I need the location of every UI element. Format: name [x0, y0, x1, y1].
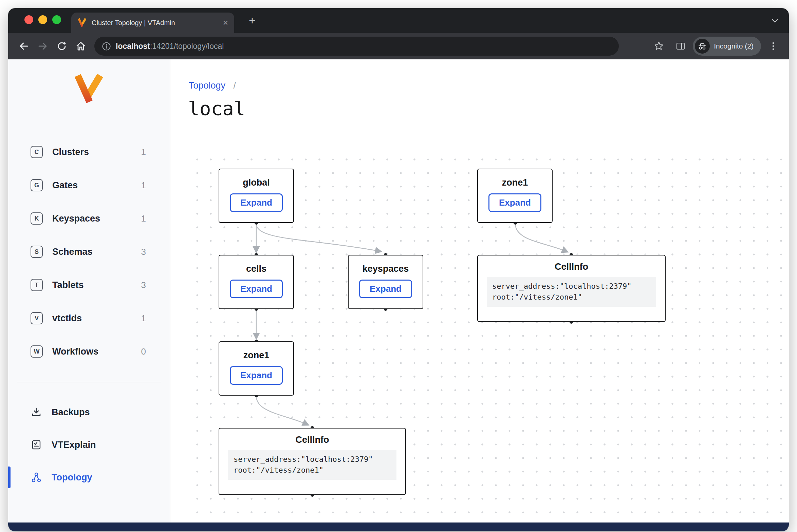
- breadcrumb: Topology /: [189, 80, 236, 91]
- reload-button[interactable]: [52, 37, 71, 56]
- incognito-icon: [695, 39, 710, 54]
- breadcrumb-separator: /: [234, 80, 236, 91]
- sidebar-item-count: 0: [141, 346, 146, 357]
- window-bottom-strip: [8, 522, 789, 531]
- sidebar: C Clusters 1 G Gates 1 K Keyspaces 1: [8, 59, 170, 522]
- sidebar-item-label: Tablets: [52, 280, 84, 290]
- sidebar-item-count: 1: [141, 313, 146, 324]
- back-button[interactable]: [14, 37, 33, 56]
- cellinfo-code: server_address:"localhost:2379" root:"/v…: [228, 450, 396, 480]
- sidebar-item-backups[interactable]: Backups: [8, 396, 170, 429]
- sidebar-item-topology[interactable]: Topology: [8, 461, 170, 494]
- traffic-lights: [24, 15, 61, 24]
- vtctlds-letter-icon: V: [31, 312, 43, 324]
- browser-toolbar: localhost:14201/topology/local: [8, 33, 789, 59]
- sidebar-item-label: vtctlds: [52, 313, 82, 324]
- expand-button[interactable]: Expand: [230, 280, 283, 298]
- cellinfo-server-address: server_address:"localhost:2379": [234, 454, 391, 465]
- vitess-favicon: [77, 18, 87, 27]
- sidebar-item-label: VTExplain: [52, 440, 96, 450]
- url-path: :14201/topology/local: [150, 42, 224, 51]
- breadcrumb-topology-link[interactable]: Topology: [189, 80, 225, 91]
- forward-button[interactable]: [33, 37, 52, 56]
- sidebar-item-schemas[interactable]: S Schemas 3: [8, 235, 170, 268]
- workflows-letter-icon: W: [31, 345, 43, 358]
- topology-network-icon: [31, 472, 42, 483]
- sidebar-tools: Backups VTExplain: [8, 396, 170, 494]
- node-title: zone1: [219, 350, 293, 361]
- gates-letter-icon: G: [31, 179, 43, 191]
- expand-button[interactable]: Expand: [488, 193, 541, 212]
- tab-strip: Cluster Topology | VTAdmin × +: [8, 8, 789, 33]
- url-text: localhost:14201/topology/local: [116, 42, 224, 51]
- sidebar-item-tablets[interactable]: T Tablets 3: [8, 268, 170, 302]
- tablets-letter-icon: T: [31, 279, 43, 291]
- schemas-letter-icon: S: [31, 246, 43, 258]
- sidebar-item-count: 1: [141, 180, 146, 191]
- graph-node-cells[interactable]: cells Expand: [219, 255, 294, 309]
- graph-node-zone1[interactable]: zone1 Expand: [219, 341, 294, 396]
- expand-button[interactable]: Expand: [230, 366, 283, 385]
- tab-title: Cluster Topology | VTAdmin: [92, 19, 218, 27]
- sidebar-item-count: 1: [141, 147, 146, 157]
- node-title: CellInfo: [219, 435, 405, 445]
- graph-node-cellinfo-right[interactable]: CellInfo server_address:"localhost:2379"…: [477, 255, 666, 322]
- sidebar-item-workflows[interactable]: W Workflows 0: [8, 335, 170, 368]
- sidebar-item-label: Gates: [52, 180, 78, 191]
- node-title: global: [219, 177, 293, 188]
- sidebar-item-vtexplain[interactable]: VTExplain: [8, 429, 170, 461]
- minimize-window-button[interactable]: [38, 15, 47, 24]
- zoom-window-button[interactable]: [52, 15, 61, 24]
- graph-node-cellinfo-bottom[interactable]: CellInfo server_address:"localhost:2379"…: [219, 428, 406, 495]
- browser-tab[interactable]: Cluster Topology | VTAdmin ×: [71, 13, 234, 33]
- cellinfo-server-address: server_address:"localhost:2379": [492, 281, 651, 292]
- url-host: localhost: [116, 42, 150, 51]
- sidebar-item-keyspaces[interactable]: K Keyspaces 1: [8, 202, 170, 235]
- site-info-icon[interactable]: [102, 42, 111, 51]
- expand-button[interactable]: Expand: [359, 280, 412, 298]
- active-indicator: [8, 467, 11, 488]
- sidebar-item-label: Topology: [52, 472, 92, 483]
- topology-graph[interactable]: global Expand zone1 Expand cells Expand …: [188, 150, 786, 520]
- tab-close-icon[interactable]: ×: [223, 18, 228, 27]
- page-content: C Clusters 1 G Gates 1 K Keyspaces 1: [8, 59, 789, 531]
- close-window-button[interactable]: [24, 15, 33, 24]
- cellinfo-root: root:"/vitess/zone1": [492, 292, 651, 303]
- keyspaces-letter-icon: K: [31, 212, 43, 225]
- vitess-logo: [8, 73, 170, 106]
- sidebar-item-count: 3: [141, 247, 146, 257]
- sidebar-item-clusters[interactable]: C Clusters 1: [8, 135, 170, 169]
- sidebar-item-count: 1: [141, 213, 146, 224]
- sidebar-item-label: Keyspaces: [52, 213, 100, 224]
- graph-node-zone1-top[interactable]: zone1 Expand: [477, 169, 553, 223]
- graph-node-global[interactable]: global Expand: [219, 169, 294, 223]
- side-panel-icon[interactable]: [671, 37, 690, 56]
- sidebar-item-gates[interactable]: G Gates 1: [8, 169, 170, 202]
- tab-search-chevron-icon[interactable]: [770, 16, 780, 26]
- main-panel: Topology / local: [171, 59, 789, 522]
- node-title: CellInfo: [478, 262, 665, 272]
- browser-window: Cluster Topology | VTAdmin × +: [8, 8, 789, 531]
- sidebar-item-label: Workflows: [52, 346, 98, 357]
- sidebar-divider: [17, 382, 161, 382]
- new-tab-button[interactable]: +: [246, 14, 259, 27]
- clusters-letter-icon: C: [31, 146, 43, 158]
- sidebar-item-label: Backups: [52, 407, 90, 418]
- node-title: cells: [219, 264, 293, 274]
- sidebar-item-vtctlds[interactable]: V vtctlds 1: [8, 302, 170, 335]
- sidebar-item-label: Clusters: [52, 147, 89, 157]
- browser-menu-icon[interactable]: [764, 37, 783, 56]
- profile-incognito-badge[interactable]: Incognito (2): [693, 37, 761, 56]
- node-title: keyspaces: [349, 264, 423, 274]
- node-title: zone1: [478, 177, 552, 188]
- backups-download-icon: [31, 406, 42, 418]
- incognito-label: Incognito (2): [714, 42, 754, 50]
- bookmark-star-icon[interactable]: [649, 37, 668, 56]
- vtexplain-document-icon: [31, 439, 42, 451]
- expand-button[interactable]: Expand: [230, 193, 283, 212]
- address-bar[interactable]: localhost:14201/topology/local: [94, 37, 619, 56]
- home-button[interactable]: [71, 37, 90, 56]
- sidebar-nav: C Clusters 1 G Gates 1 K Keyspaces 1: [8, 135, 170, 368]
- graph-node-keyspaces[interactable]: keyspaces Expand: [348, 255, 423, 309]
- sidebar-item-count: 3: [141, 280, 146, 290]
